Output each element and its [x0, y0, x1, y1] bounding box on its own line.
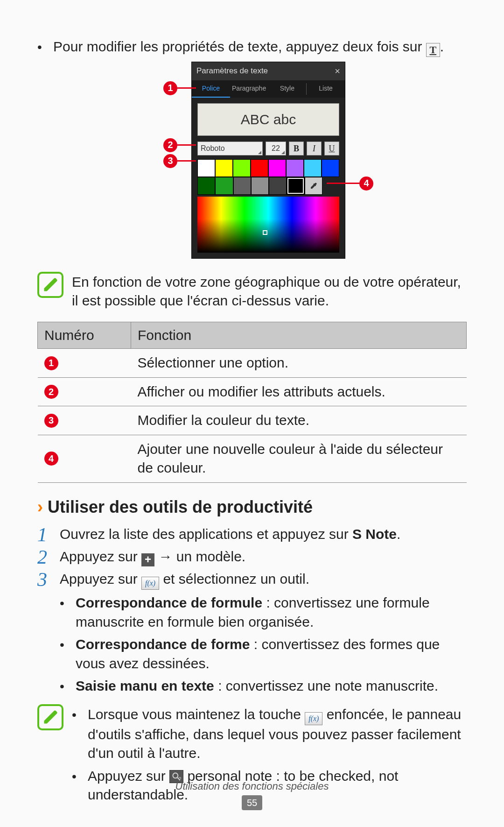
intro-before: Pour modifier les propriétés de texte, a…	[53, 39, 426, 54]
swatch[interactable]	[233, 177, 251, 195]
bullet	[60, 635, 76, 673]
swatch[interactable]	[286, 159, 304, 177]
text-settings-screenshot: Paramètres de texte × Police Paragraphe …	[37, 62, 467, 258]
spectrum-cursor[interactable]	[263, 230, 267, 235]
swatch[interactable]	[215, 177, 233, 195]
note-icon	[37, 704, 63, 730]
callout-1: 1	[163, 81, 196, 95]
eyedropper-icon	[309, 182, 318, 190]
swatch[interactable]	[287, 177, 304, 195]
close-icon[interactable]: ×	[335, 65, 340, 78]
s3a: Appuyez sur	[60, 571, 141, 587]
swatch[interactable]	[269, 177, 287, 195]
callout-line	[177, 144, 196, 146]
s-note-label: S Note	[352, 526, 397, 542]
row-badge: 2	[44, 385, 58, 399]
step-3: 3 Appuyez sur f(x) et sélectionnez un ou…	[37, 570, 467, 590]
page-footer: Utilisation des fonctions spéciales 55	[0, 780, 504, 810]
callout-2: 2	[163, 138, 196, 152]
panel-tabs: Police Paragraphe Style Liste	[192, 80, 345, 98]
intro-bullet: Pour modifier les propriétés de texte, a…	[37, 37, 467, 57]
tool-item: Correspondance de forme : convertissez d…	[60, 635, 467, 673]
bullet	[37, 37, 53, 57]
note-1-text: En fonction de votre zone géographique o…	[72, 272, 467, 311]
swatch[interactable]	[233, 159, 251, 177]
step-text: Appuyez sur + → un modèle.	[60, 547, 245, 567]
table-row: 2 Afficher ou modifier les attributs act…	[38, 377, 467, 406]
tool-item: Correspondance de formule : convertissez…	[60, 594, 467, 631]
callout-line	[327, 183, 359, 184]
text-properties-icon: T	[426, 43, 440, 57]
font-size: 22	[272, 144, 280, 152]
callout-3: 3	[163, 154, 196, 168]
swatch[interactable]	[322, 159, 339, 177]
s2a: Appuyez sur	[60, 549, 141, 564]
tool-name: Correspondance de formule	[76, 595, 262, 610]
text-preview: ABC abc	[197, 103, 339, 136]
bullet	[60, 677, 76, 696]
tool-name: Saisie manu en texte	[76, 678, 214, 693]
underline-button[interactable]: U	[324, 141, 339, 156]
step-number: 1	[37, 525, 60, 544]
swatch[interactable]	[215, 159, 233, 177]
section-heading: › Utiliser des outils de productivité	[37, 496, 467, 519]
font-dropdown[interactable]: Roboto	[197, 141, 263, 156]
pencil-icon	[42, 276, 59, 293]
row-func: Afficher ou modifier les attributs actue…	[131, 377, 467, 406]
th-fonction: Fonction	[131, 322, 467, 349]
eyedropper-button[interactable]	[305, 177, 322, 195]
s1a: Ouvrez la liste des applications et appu…	[60, 526, 352, 542]
size-dropdown[interactable]: 22	[266, 141, 286, 156]
chevron-right-icon: ›	[37, 496, 43, 519]
attributes-row: Roboto 22 B I U	[192, 141, 345, 159]
font-name: Roboto	[201, 144, 225, 152]
fx-icon: f(x)	[141, 577, 159, 590]
tool-name: Correspondance de forme	[76, 636, 250, 652]
step-number: 3	[37, 570, 60, 590]
italic-button[interactable]: I	[307, 141, 322, 156]
row-badge: 1	[44, 356, 58, 370]
text-settings-panel: Paramètres de texte × Police Paragraphe …	[191, 62, 345, 259]
badge-1: 1	[163, 81, 177, 95]
swatch[interactable]	[251, 177, 269, 195]
row-func: Modifier la couleur du texte.	[131, 406, 467, 435]
n2b1a: Lorsque vous maintenez la touche	[88, 707, 305, 722]
intro-after: .	[440, 39, 444, 54]
tab-style[interactable]: Style	[268, 80, 307, 98]
bullet	[60, 594, 76, 631]
row-badge: 4	[44, 452, 58, 466]
note2-item: Lorsque vous maintenez la touche f(x) en…	[72, 705, 467, 763]
fx-icon: f(x)	[305, 712, 322, 725]
page-number: 55	[242, 795, 262, 810]
row-badge: 3	[44, 414, 58, 428]
step-2: 2 Appuyez sur + → un modèle.	[37, 547, 467, 567]
row-func: Ajouter une nouvelle couleur à l'aide du…	[131, 435, 467, 482]
th-numero: Numéro	[38, 322, 131, 349]
badge-2: 2	[163, 138, 177, 152]
swatch[interactable]	[197, 177, 215, 195]
tab-liste[interactable]: Liste	[307, 80, 345, 98]
bold-button[interactable]: B	[289, 141, 304, 156]
s3b: et sélectionnez un outil.	[159, 571, 309, 587]
table-row: 4 Ajouter une nouvelle couleur à l'aide …	[38, 435, 467, 482]
swatch[interactable]	[304, 159, 322, 177]
step-number: 2	[37, 547, 60, 567]
plus-icon: +	[141, 553, 154, 566]
step-1: 1 Ouvrez la liste des applications et ap…	[37, 525, 467, 544]
swatch[interactable]	[197, 159, 215, 177]
swatch[interactable]	[251, 159, 268, 177]
tab-police[interactable]: Police	[192, 80, 230, 98]
bullet	[72, 705, 88, 763]
callout-line	[177, 160, 196, 162]
intro-text: Pour modifier les propriétés de texte, a…	[53, 37, 444, 57]
tab-paragraphe[interactable]: Paragraphe	[230, 80, 268, 98]
note-icon	[37, 272, 63, 298]
callout-line	[177, 87, 196, 89]
step-text: Appuyez sur f(x) et sélectionnez un outi…	[60, 570, 309, 590]
tool-list: Correspondance de formule : convertissez…	[60, 594, 467, 696]
color-spectrum[interactable]	[197, 197, 339, 253]
swatch[interactable]	[268, 159, 286, 177]
footer-caption: Utilisation des fonctions spéciales	[0, 780, 504, 792]
color-swatches	[197, 159, 339, 195]
s1b: .	[397, 526, 400, 542]
